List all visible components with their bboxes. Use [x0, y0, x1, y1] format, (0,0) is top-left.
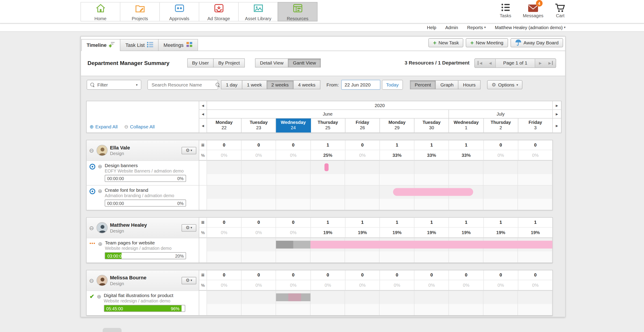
gear-icon: ⚙ — [186, 148, 190, 153]
nav-tasks[interactable]: Tasks — [500, 3, 512, 18]
range-4-weeks-button[interactable]: 4 weeks — [293, 80, 320, 89]
nav-resources-label: Resources — [287, 16, 308, 21]
day-header[interactable]: Monday22 — [207, 118, 242, 132]
task-list-icon — [147, 42, 154, 48]
umbrella-icon — [515, 39, 521, 46]
away-day-board-button[interactable]: Away Day Board — [510, 38, 563, 47]
nav-home-label: Home — [94, 16, 106, 21]
resource-name: Melissa Bourne — [110, 275, 146, 281]
task-name: Create font for brand — [105, 188, 196, 193]
utilization-row: 0%0%0%19%19%19%19%19%19%19% — [207, 228, 552, 238]
percent-mode-button[interactable]: Percent — [410, 80, 436, 89]
by-project-button[interactable]: By Project — [213, 59, 245, 67]
tab-task-list[interactable]: Task List — [120, 39, 158, 51]
reports-menu[interactable]: Reports▾ — [467, 25, 486, 30]
nav-messages[interactable]: 4 Messages — [523, 3, 544, 18]
collapse-resource-button[interactable]: ⊖ — [89, 147, 94, 154]
expand-all-link[interactable]: ⊕ Expand All — [90, 124, 118, 130]
range-1-week-button[interactable]: 1 week — [242, 80, 267, 89]
nav-projects[interactable]: Projects — [120, 2, 160, 21]
tab-timeline[interactable]: Timeline — [82, 39, 120, 51]
home-icon — [95, 3, 106, 15]
day-header[interactable]: Tuesday23 — [242, 118, 276, 132]
search-input[interactable] — [151, 82, 216, 88]
gantt-bar[interactable] — [393, 188, 473, 196]
new-task-button[interactable]: + New Task — [428, 38, 463, 47]
chevron-down-icon: ▾ — [564, 26, 566, 29]
nav-approvals[interactable]: Approvals — [160, 2, 199, 21]
today-button[interactable]: Today — [382, 80, 403, 90]
resource-settings-button[interactable]: ⚙▾ — [182, 147, 196, 154]
scroll-right-year-button[interactable]: ▶ — [553, 101, 561, 110]
nav-resources[interactable]: Resources — [278, 2, 318, 21]
filter-dropdown[interactable]: Filter ▾ — [87, 80, 141, 90]
day-header[interactable]: Thursday25 — [311, 118, 346, 132]
detail-view-button[interactable]: Detail View — [255, 59, 288, 67]
collapse-resource-button[interactable]: ⊖ — [89, 277, 94, 284]
day-header[interactable]: Friday26 — [345, 118, 380, 132]
add-task-button[interactable]: ⊕ — [98, 241, 102, 262]
tab-meetings[interactable]: Meetings — [158, 39, 198, 51]
hours-mode-button[interactable]: Hours — [458, 80, 480, 89]
gantt-bar[interactable] — [324, 163, 329, 171]
collapse-all-link[interactable]: ⊖ Collapse All — [124, 124, 154, 130]
utilization-cell: 25% — [311, 150, 346, 160]
gantt-view-button[interactable]: Gantt View — [288, 59, 321, 67]
resource-settings-button[interactable]: ⚙▾ — [182, 277, 196, 284]
day-header-active[interactable]: Wednesday24 — [276, 118, 311, 132]
scroll-right-month-button[interactable]: ▶ — [553, 110, 561, 118]
nav-approvals-label: Approvals — [169, 16, 190, 21]
add-task-button[interactable]: ⊕ — [98, 188, 102, 210]
resource-header: ⊖Melissa BourneDesign⚙▾ — [87, 270, 199, 290]
gantt-bar[interactable] — [276, 293, 310, 301]
day-header[interactable]: Monday29 — [380, 118, 414, 132]
grid-menu-icon[interactable]: ≡ — [199, 140, 206, 150]
collapse-resource-button[interactable]: ⊖ — [89, 225, 94, 231]
top-navigation-bar: Home Projects Approvals Ad Storage Asset… — [0, 0, 644, 24]
progress-fill: 03:00:00 — [105, 253, 122, 259]
scroll-left-month-button[interactable]: ◀ — [199, 110, 206, 118]
scroll-right-days-button[interactable]: ▶ — [553, 118, 561, 132]
first-page-button[interactable]: ◀ — [475, 59, 485, 67]
day-header[interactable]: Tuesday30 — [414, 118, 449, 132]
range-1-day-button[interactable]: 1 day — [221, 80, 242, 89]
grid-menu-icon[interactable]: ≡ — [199, 270, 206, 280]
previous-page-button[interactable]: ◀ — [485, 59, 495, 67]
admin-link[interactable]: Admin — [445, 25, 458, 30]
user-menu[interactable]: Matthew Healey (admation demo)▾ — [495, 25, 566, 30]
nav-home[interactable]: Home — [80, 2, 120, 21]
new-meeting-button[interactable]: + New Meeting — [466, 38, 508, 47]
day-header[interactable]: Thursday2 — [484, 118, 518, 132]
resource-settings-button[interactable]: ⚙▾ — [182, 224, 196, 231]
next-page-button[interactable]: ▶ — [535, 59, 546, 67]
by-user-button[interactable]: By User — [187, 59, 214, 67]
help-link[interactable]: Help — [427, 25, 436, 30]
grid-menu-icon[interactable]: ≡ — [199, 218, 206, 228]
nav-asset-library[interactable]: Asset Library — [238, 2, 278, 21]
scroll-left-year-button[interactable]: ◀ — [199, 101, 206, 110]
progress-fill: 05:45:0096% — [104, 305, 182, 312]
gantt-bar[interactable] — [310, 241, 552, 248]
nav-cart[interactable]: Cart — [555, 3, 566, 18]
resource-section: ⊖Melissa BourneDesign⚙▾✔⊕Digital flat il… — [86, 270, 553, 316]
add-task-button[interactable]: ⊕ — [97, 293, 101, 315]
utilization-cell: 0% — [207, 228, 242, 237]
add-task-button[interactable]: ⊕ — [98, 163, 102, 185]
day-header[interactable]: Friday3 — [518, 118, 552, 132]
task-count-cell: 1 — [311, 140, 346, 150]
task-percent-value: 0% — [177, 201, 184, 206]
day-header[interactable]: Wednesday1 — [449, 118, 484, 132]
date-input[interactable] — [341, 80, 380, 90]
scroll-left-days-button[interactable]: ◀ — [199, 118, 206, 132]
application-window: Home Projects Approvals Ad Storage Asset… — [0, 0, 644, 332]
status-active-icon: ••• — [90, 241, 96, 262]
range-2-weeks-button[interactable]: 2 weeks — [266, 80, 294, 89]
graph-mode-button[interactable]: Graph — [436, 80, 459, 89]
task-time-value: 05:45:00 — [106, 306, 123, 311]
nav-ad-storage[interactable]: Ad Storage — [199, 2, 238, 21]
ad-storage-icon — [213, 3, 224, 15]
gantt-bar[interactable] — [276, 241, 310, 248]
utilization-cell: 0% — [484, 280, 518, 290]
options-dropdown[interactable]: ⚙ Options ▾ — [487, 80, 522, 89]
last-page-button[interactable]: ▶ — [546, 59, 556, 67]
